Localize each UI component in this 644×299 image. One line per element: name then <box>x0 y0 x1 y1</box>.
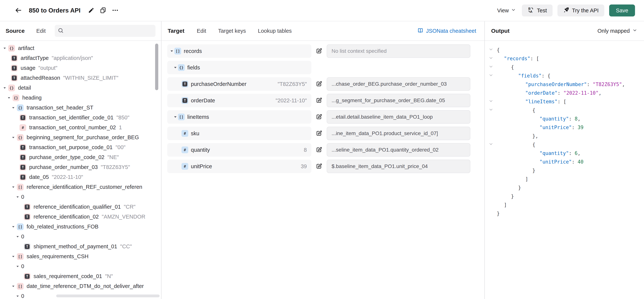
edit-mapping-button-quantity[interactable] <box>316 147 322 153</box>
target-node-records[interactable]: []records <box>167 44 311 58</box>
source-node-label: fob_related_instructions_FOB <box>26 224 98 230</box>
collapse-chevron-icon[interactable] <box>488 107 494 113</box>
source-node-label: 0 <box>21 293 24 299</box>
source-node-0[interactable]: 0 <box>0 192 161 202</box>
collapse-chevron-icon[interactable] <box>488 73 494 79</box>
output-filter-dropdown[interactable]: Only mapped <box>598 28 638 34</box>
source-search-input[interactable] <box>66 28 152 34</box>
rename-button[interactable] <box>86 5 97 16</box>
source-node-detail[interactable]: {}detail <box>0 83 161 93</box>
target-node-fields[interactable]: {}fields <box>167 61 311 74</box>
source-node-attachedReason[interactable]: TattachedReason"WITHIN_SIZE_LIMIT" <box>0 73 161 83</box>
collapse-chevron-icon[interactable] <box>488 99 494 105</box>
source-node-reference_identification_REF_customer_referen[interactable]: []reference_identification_REF_customer_… <box>0 182 161 192</box>
collapse-chevron-icon[interactable] <box>488 142 494 148</box>
source-node-transaction_set_control_number_02[interactable]: #transaction_set_control_number_021 <box>0 123 161 132</box>
expand-toggle-icon[interactable] <box>7 96 12 100</box>
expand-toggle-icon[interactable] <box>11 185 17 189</box>
source-node-reference_identification_02[interactable]: Treference_identification_02"AMZN_VENDOR <box>0 212 161 222</box>
source-node-beginning_segment_for_purchase_order_BEG[interactable]: {}beginning_segment_for_purchase_order_B… <box>0 132 161 142</box>
expand-toggle-icon[interactable] <box>173 115 178 119</box>
expression-input-sku[interactable]: ...ine_item_data_PO1.product_service_id_… <box>327 127 470 140</box>
source-node-transaction_set_header_ST[interactable]: {}transaction_set_header_ST <box>0 103 161 113</box>
target-tab-target-keys[interactable]: Target keys <box>218 28 246 34</box>
collapse-chevron-icon[interactable] <box>488 64 494 70</box>
edit-mapping-button-lineItems[interactable] <box>316 114 322 120</box>
source-node-artifact[interactable]: {}artifact <box>0 43 161 53</box>
source-node-transaction_set_purpose_code_01[interactable]: Ttransaction_set_purpose_code_01"00" <box>0 142 161 152</box>
source-node-reference_identification_qualifier_01[interactable]: Treference_identification_qualifier_01"C… <box>0 202 161 212</box>
collapse-chevron-icon[interactable] <box>488 47 494 53</box>
collapse-chevron-icon[interactable] <box>488 55 494 61</box>
expression-input-records[interactable]: No list context specified <box>327 44 470 58</box>
type-icon-object: {} <box>8 45 15 52</box>
expand-toggle-icon[interactable] <box>2 86 8 90</box>
expand-toggle-icon[interactable] <box>11 135 17 140</box>
expression-input-orderDate[interactable]: ...g_segment_for_purchase_order_BEG.date… <box>327 94 470 107</box>
edit-mapping-button-purchaseOrderNumber[interactable] <box>316 81 322 88</box>
edit-mapping-button-orderDate[interactable] <box>316 97 322 104</box>
source-edit-tab[interactable]: Edit <box>36 28 46 34</box>
back-button[interactable] <box>12 5 25 16</box>
try-api-button[interactable]: Try the API <box>558 4 604 16</box>
expand-toggle-icon[interactable] <box>11 225 17 229</box>
edit-mapping-button-sku[interactable] <box>316 130 322 137</box>
source-node-purchase_order_number_03[interactable]: Tpurchase_order_number_03"T82Z63Y5" <box>0 162 161 172</box>
source-node-sales_requirements_CSH[interactable]: []sales_requirements_CSH <box>0 252 161 261</box>
expression-input-purchaseOrderNumber[interactable]: ...chase_order_BEG.purchase_order_number… <box>327 77 470 91</box>
source-vertical-scrollbar[interactable] <box>155 44 158 90</box>
expand-toggle-icon[interactable] <box>11 284 17 288</box>
topbar: 850 to Orders API View <box>0 0 644 21</box>
source-node-0[interactable]: 0 <box>0 232 161 242</box>
source-node-sales_requirement_code_01[interactable]: Tsales_requirement_code_01"N" <box>0 271 161 281</box>
target-node-sku[interactable]: #sku <box>167 127 311 140</box>
expand-toggle-icon[interactable] <box>16 195 21 199</box>
jsonata-cheatsheet-link[interactable]: JSONata cheatsheet <box>417 27 476 35</box>
expression-input-quantity[interactable]: ...seline_item_data_PO1.quantity_ordered… <box>327 143 470 157</box>
expand-toggle-icon[interactable] <box>16 235 21 239</box>
edit-mapping-button-records[interactable] <box>316 48 322 55</box>
source-node-artifactType[interactable]: TartifactType"application/json" <box>0 53 161 63</box>
source-node-date_05[interactable]: Tdate_05"2022-11-10" <box>0 172 161 182</box>
json-line: { <box>488 106 644 114</box>
source-horizontal-scrollbar[interactable] <box>56 295 160 297</box>
expand-toggle-icon[interactable] <box>170 49 174 53</box>
expand-toggle-icon[interactable] <box>16 264 21 269</box>
json-line: "orderDate": "2022-11-10", <box>488 89 644 97</box>
view-dropdown[interactable]: View <box>496 7 517 14</box>
target-node-purchaseOrderNumber[interactable]: TpurchaseOrderNumber"T82Z63Y5" <box>167 77 311 91</box>
expand-toggle-icon[interactable] <box>173 65 178 70</box>
target-tab-lookup-tables[interactable]: Lookup tables <box>258 28 292 34</box>
source-node-fob_related_instructions_FOB[interactable]: []fob_related_instructions_FOB <box>0 222 161 232</box>
source-node-value: "WITHIN_SIZE_LIMIT" <box>63 75 118 81</box>
edit-square-icon <box>316 114 322 120</box>
expand-toggle-icon[interactable] <box>11 255 17 259</box>
source-node-purchase_order_type_code_02[interactable]: Tpurchase_order_type_code_02"NE" <box>0 152 161 162</box>
edit-column <box>311 114 327 120</box>
source-node-date_time_reference_DTM_do_not_deliver_after[interactable]: []date_time_reference_DTM_do_not_deliver… <box>0 281 161 291</box>
json-line: } <box>488 209 644 218</box>
source-node-shipment_method_of_payment_01[interactable]: Tshipment_method_of_payment_01"CC" <box>0 242 161 252</box>
source-search-box[interactable] <box>55 25 156 37</box>
expand-toggle-icon[interactable] <box>16 294 21 298</box>
source-node-0[interactable]: 0 <box>0 261 161 271</box>
expression-input-lineItems[interactable]: ...etail.detail.baseline_item_data_PO1_l… <box>327 110 470 124</box>
source-node-heading[interactable]: {}heading <box>0 93 161 103</box>
save-button[interactable]: Save <box>609 4 635 16</box>
expand-toggle-icon[interactable] <box>11 106 17 110</box>
source-node-label: sales_requirement_code_01 <box>34 273 102 279</box>
target-node-lineItems[interactable]: []lineItems <box>167 110 311 124</box>
source-node-transaction_set_identifier_code_01[interactable]: Ttransaction_set_identifier_code_01"850" <box>0 113 161 123</box>
target-node-unitPrice[interactable]: #unitPrice39 <box>167 160 311 173</box>
duplicate-button[interactable] <box>97 5 109 16</box>
more-options-button[interactable] <box>109 5 122 16</box>
target-tab-edit[interactable]: Edit <box>197 28 206 34</box>
target-node-orderDate[interactable]: TorderDate"2022-11-10" <box>167 94 311 107</box>
source-node-usage[interactable]: Tusage"output" <box>0 63 161 73</box>
test-button[interactable]: B A Test <box>522 4 552 16</box>
target-node-quantity[interactable]: #quantity8 <box>167 143 311 157</box>
expression-input-unitPrice[interactable]: $.baseline_item_data_PO1.unit_price_04 <box>327 160 470 173</box>
json-line: "quantity": 8, <box>488 114 644 123</box>
edit-mapping-button-unitPrice[interactable] <box>316 163 322 170</box>
expand-toggle-icon[interactable] <box>2 46 8 50</box>
